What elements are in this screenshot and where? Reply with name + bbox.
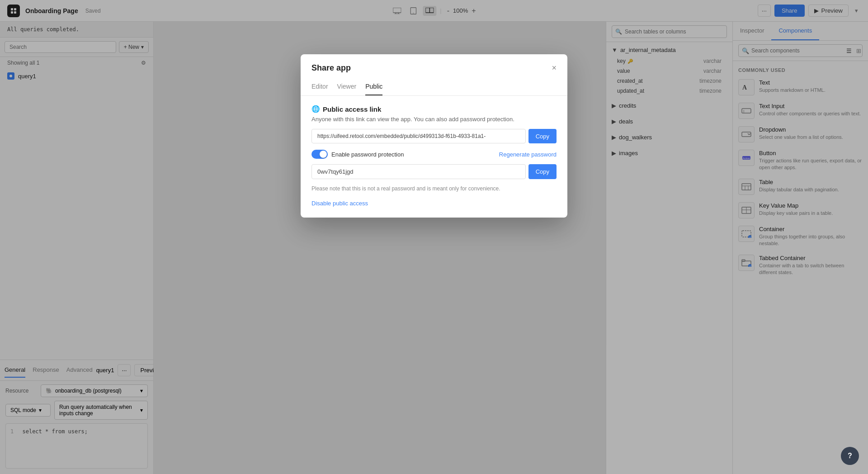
password-toggle-row: Enable password protection Regenerate pa… (311, 150, 557, 159)
modal-body: 🌐 Public access link Anyone with this li… (301, 96, 567, 218)
toggle-thumb (320, 151, 327, 158)
password-row: Copy (311, 164, 557, 179)
modal-header: Share app × (301, 54, 567, 73)
password-note: Please note that this is not a real pass… (311, 185, 557, 193)
password-toggle[interactable] (311, 150, 328, 159)
modal-title: Share app (311, 63, 351, 73)
regenerate-password-link[interactable]: Regenerate password (499, 151, 557, 158)
public-link-desc: Anyone with this link can view the app. … (311, 116, 557, 123)
disable-public-access-link[interactable]: Disable public access (311, 200, 368, 207)
share-modal: Share app × Editor Viewer Public 🌐 Publi… (301, 54, 567, 218)
copy-url-button[interactable]: Copy (528, 129, 557, 143)
toggle-left: Enable password protection (311, 150, 404, 159)
help-button[interactable]: ? (841, 447, 859, 465)
editor-tab[interactable]: Editor (311, 78, 328, 95)
password-input[interactable] (311, 164, 526, 179)
modal-close-button[interactable]: × (552, 63, 557, 73)
help-icon: ? (848, 452, 852, 460)
viewer-tab[interactable]: Viewer (337, 78, 357, 95)
url-row: https://uifeed.retool.com/embedded/publi… (311, 129, 557, 143)
public-link-title: 🌐 Public access link (311, 105, 557, 113)
modal-overlay[interactable]: Share app × Editor Viewer Public 🌐 Publi… (0, 0, 868, 474)
globe-icon: 🌐 (311, 105, 320, 113)
toggle-label: Enable password protection (331, 151, 404, 158)
public-url-input[interactable]: https://uifeed.retool.com/embedded/publi… (311, 129, 526, 143)
copy-password-button[interactable]: Copy (528, 164, 557, 179)
modal-tabs: Editor Viewer Public (301, 78, 567, 96)
public-tab[interactable]: Public (365, 78, 382, 95)
